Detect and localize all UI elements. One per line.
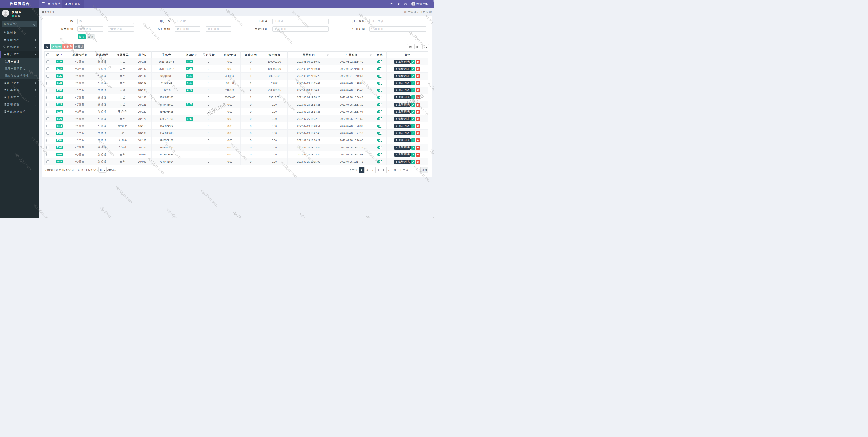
svg-text:vip.9fym.com: vip.9fym.com bbox=[232, 210, 251, 218]
svg-text:vip.9fym.com: vip.9fym.com bbox=[115, 185, 133, 204]
svg-text:vip.9fym.com: vip.9fym.com bbox=[200, 188, 219, 208]
svg-text:vip.9fym.com: vip.9fym.com bbox=[299, 212, 317, 218]
svg-text:vip.9fym.com: vip.9fym.com bbox=[99, 206, 118, 218]
svg-text:vip.9fym.com: vip.9fym.com bbox=[365, 214, 384, 218]
svg-text:vip.9fym.com: vip.9fym.com bbox=[166, 208, 184, 218]
svg-text:vip.9fym.com: vip.9fym.com bbox=[432, 216, 434, 218]
